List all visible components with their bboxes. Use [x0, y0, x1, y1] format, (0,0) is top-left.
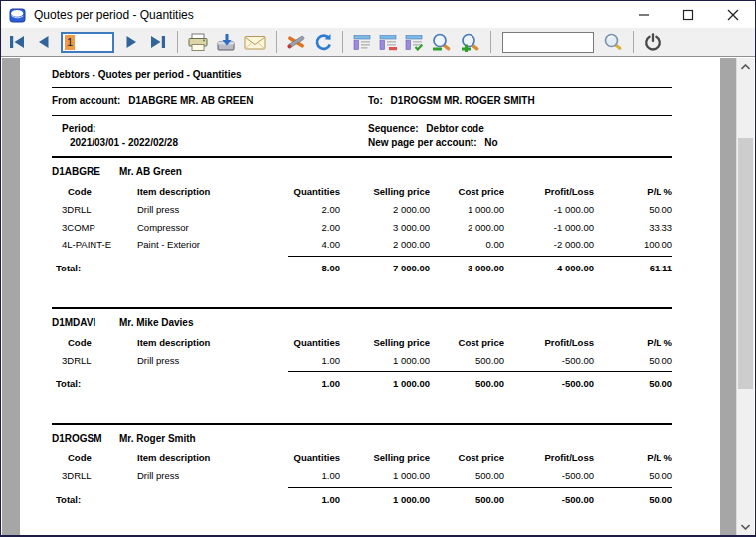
cell-plpct: 50.00: [594, 467, 672, 485]
column-header-row: Code Item description Quantities Selling…: [52, 452, 672, 463]
cell-pl: -500.00: [504, 467, 594, 485]
layout-remove-button[interactable]: [376, 30, 400, 54]
item-row: 3DRLL Drill press 2.00 2 000.00 1 000.00…: [52, 201, 672, 219]
total-cost: 500.00: [430, 494, 504, 505]
from-to-row: From account: D1ABGRE MR. AB GREEN To: D…: [52, 95, 672, 106]
item-row: 4L-PAINT-E Paint - Exterior 4.00 2 000.0…: [52, 236, 672, 254]
report-viewport: Debtors - Quotes per period - Quantities…: [2, 58, 754, 535]
cell-code: 4L-PAINT-E: [52, 236, 137, 254]
layout-accept-button[interactable]: [402, 30, 426, 54]
cell-qty: 2.00: [288, 219, 340, 237]
zoom-out-button[interactable]: [428, 30, 455, 54]
cell-desc: Drill press: [137, 467, 288, 485]
scroll-down-arrow-icon[interactable]: [737, 518, 754, 535]
total-selling: 1 000.00: [340, 378, 430, 389]
item-row: 3DRLL Drill press 1.00 1 000.00 500.00 -…: [52, 352, 672, 370]
cell-qty: 1.00: [288, 467, 340, 485]
power-button[interactable]: [641, 30, 664, 54]
print-button[interactable]: [185, 30, 211, 54]
col-code: Code: [52, 186, 137, 197]
minimize-button[interactable]: [621, 1, 665, 28]
cell-cost: 1 000.00: [430, 201, 504, 219]
sequence-label: Sequence:: [368, 123, 419, 134]
account-name: Mr. Mike Davies: [119, 317, 193, 328]
cell-selling: 2 000.00: [340, 201, 430, 219]
from-account-label: From account:: [52, 95, 120, 106]
total-plpct: 50.00: [594, 494, 672, 505]
last-page-button[interactable]: [146, 30, 170, 54]
email-button[interactable]: [241, 30, 269, 54]
cell-qty: 1.00: [288, 352, 340, 370]
account-section: D1ROGSM Mr. Roger Smith Code Item descri…: [52, 433, 672, 505]
toolbar: 1: [1, 28, 755, 57]
total-pl: -500.00: [504, 378, 594, 389]
previous-page-button[interactable]: [31, 30, 55, 54]
cell-plpct: 100.00: [594, 236, 672, 254]
cell-qty: 2.00: [288, 201, 340, 219]
total-label: Total:: [52, 494, 137, 505]
search-input[interactable]: [502, 32, 594, 53]
cell-desc: Drill press: [137, 201, 288, 219]
vertical-scrollbar[interactable]: [736, 58, 754, 535]
newpage-label: New page per account:: [368, 137, 476, 148]
tools-button[interactable]: [284, 30, 309, 54]
col-code: Code: [52, 337, 137, 348]
col-plpct: P/L %: [594, 186, 672, 197]
account-section: D1MDAVI Mr. Mike Davies Code Item descri…: [52, 317, 672, 390]
toolbar-separator: [633, 31, 634, 53]
close-button[interactable]: [710, 1, 755, 28]
col-pl: Profit/Loss: [504, 337, 594, 348]
col-plpct: P/L %: [594, 337, 672, 348]
toolbar-separator: [490, 31, 491, 53]
caption-buttons: [621, 1, 755, 28]
col-cost: Cost price: [430, 452, 504, 463]
col-selling: Selling price: [340, 186, 430, 197]
total-qty: 8.00: [288, 263, 340, 273]
col-qty: Quantities: [288, 186, 340, 197]
export-button[interactable]: [213, 30, 239, 54]
search-button[interactable]: [600, 30, 626, 54]
scroll-up-arrow-icon[interactable]: [737, 58, 754, 75]
next-page-button[interactable]: [120, 30, 144, 54]
refresh-button[interactable]: [311, 30, 335, 54]
page-margin-right: [720, 58, 736, 535]
toolbar-separator: [177, 31, 178, 53]
total-pl: -500.00: [504, 494, 594, 505]
cell-selling: 1 000.00: [340, 352, 430, 370]
cell-code: 3DRLL: [52, 467, 137, 485]
rule: [52, 87, 672, 88]
cell-pl: -1 000.00: [504, 219, 594, 237]
zoom-in-button[interactable]: [457, 30, 483, 54]
account-code: D1ABGRE: [52, 166, 119, 177]
scrollbar-track[interactable]: [737, 75, 754, 518]
cell-plpct: 50.00: [594, 201, 672, 219]
title-bar: Quotes per period - Quantities: [1, 1, 755, 28]
total-cost: 3 000.00: [430, 263, 504, 273]
column-header-row: Code Item description Quantities Selling…: [52, 337, 672, 348]
total-label: Total:: [52, 263, 137, 273]
sequence-value: Debtor code: [426, 123, 483, 134]
first-page-button[interactable]: [5, 30, 29, 54]
total-rule: [288, 256, 672, 257]
cell-selling: 3 000.00: [340, 219, 430, 237]
page-number-input[interactable]: 1: [61, 32, 114, 53]
parameters-block: Period: 2021/03/01 - 2022/02/28 Sequence…: [52, 122, 672, 149]
account-name: Mr. AB Green: [119, 166, 182, 177]
report-page: Debtors - Quotes per period - Quantities…: [20, 58, 720, 535]
toolbar-separator: [276, 31, 277, 53]
page-margin-left: [2, 58, 20, 535]
maximize-button[interactable]: [665, 1, 710, 28]
to-account-value: D1ROGSM MR. ROGER SMITH: [391, 95, 535, 106]
total-selling: 7 000.00: [340, 263, 430, 273]
total-plpct: 50.00: [594, 378, 672, 389]
layout-normal-button[interactable]: [350, 30, 374, 54]
cell-pl: -500.00: [504, 352, 594, 370]
cell-plpct: 50.00: [594, 352, 672, 370]
to-account-label: To:: [368, 95, 383, 106]
page-number-value: 1: [65, 35, 75, 50]
rule: [52, 156, 672, 158]
scrollbar-thumb[interactable]: [738, 138, 753, 389]
cell-cost: 2 000.00: [430, 219, 504, 237]
account-section: D1ABGRE Mr. AB Green Code Item descripti…: [52, 166, 672, 273]
cell-pl: -1 000.00: [504, 201, 594, 219]
